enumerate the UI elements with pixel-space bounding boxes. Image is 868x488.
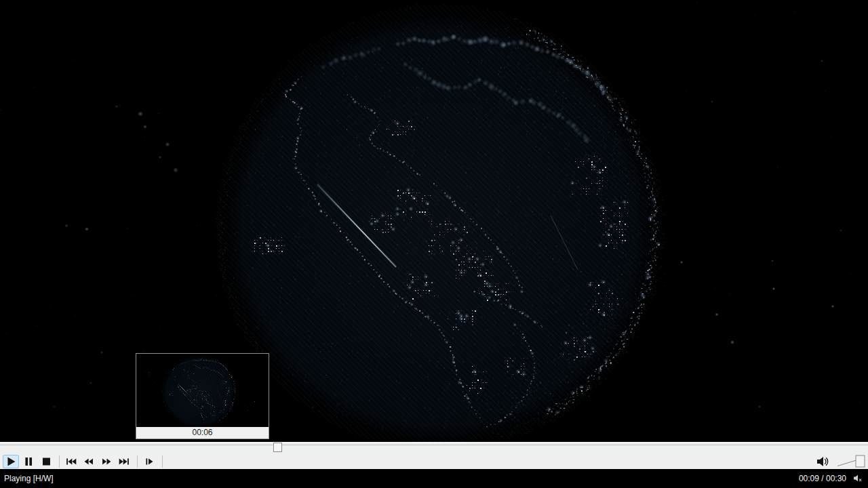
stop-icon bbox=[39, 455, 54, 468]
seek-preview-time: 00:06 bbox=[136, 427, 269, 439]
skip-backward-icon bbox=[64, 455, 79, 468]
fast-forward-icon bbox=[99, 455, 114, 468]
volume-slider-thumb[interactable] bbox=[856, 455, 865, 467]
play-button[interactable] bbox=[3, 455, 19, 468]
toolbar-separator bbox=[162, 455, 163, 468]
toolbar-separator bbox=[137, 455, 138, 468]
seekbar-channel bbox=[0, 445, 868, 445]
rewind-button[interactable] bbox=[81, 455, 97, 468]
media-player-window: 00:06 bbox=[0, 0, 868, 488]
seek-preview-thumbnail bbox=[136, 354, 269, 427]
playback-status-text: Playing [H/W] bbox=[4, 474, 799, 483]
skip-backward-button[interactable] bbox=[63, 455, 79, 468]
playback-time-text: 00:09 / 00:30 bbox=[799, 474, 846, 483]
frame-step-button[interactable] bbox=[141, 455, 157, 468]
fast-forward-button[interactable] bbox=[98, 455, 115, 468]
seekbar[interactable] bbox=[0, 442, 868, 454]
pause-button[interactable] bbox=[20, 455, 37, 468]
status-bar: Playing [H/W] 00:09 / 00:30 bbox=[0, 469, 868, 488]
rewind-icon bbox=[81, 455, 96, 468]
volume-mute-button[interactable] bbox=[814, 455, 832, 468]
skip-forward-icon bbox=[117, 455, 132, 468]
speaker-icon bbox=[816, 455, 831, 468]
skip-forward-button[interactable] bbox=[116, 455, 132, 468]
mute-indicator-icon bbox=[853, 474, 863, 483]
video-area[interactable]: 00:06 bbox=[0, 0, 868, 442]
pause-icon bbox=[21, 455, 36, 468]
volume-slider[interactable] bbox=[836, 455, 866, 468]
toolbar-separator bbox=[59, 455, 60, 468]
frame-step-icon bbox=[142, 455, 157, 468]
play-icon bbox=[3, 455, 18, 468]
seek-preview-tooltip: 00:06 bbox=[136, 353, 269, 439]
stop-button[interactable] bbox=[38, 455, 54, 468]
seekbar-thumb[interactable] bbox=[273, 443, 282, 452]
video-frame-particle-globe bbox=[0, 0, 868, 442]
control-toolbar bbox=[0, 454, 868, 469]
